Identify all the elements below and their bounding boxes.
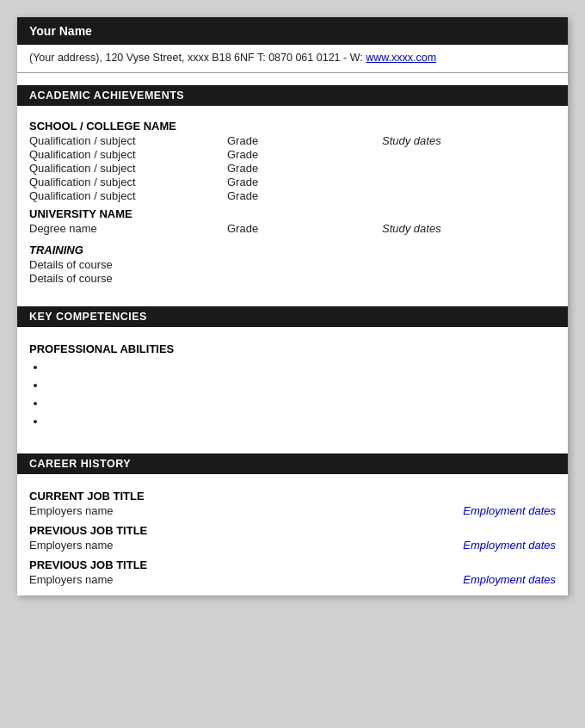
university-name: UNIVERSITY NAME: [29, 207, 556, 220]
employer-1: Employers name: [29, 504, 114, 517]
qual-subject-1: Qualification / subject: [29, 134, 227, 147]
job-title-2: PREVIOUS JOB TITLE: [29, 524, 556, 537]
address-text: (Your address), 120 Vyse Street, xxxx B1…: [29, 52, 366, 64]
qual-subject-2: Qualification / subject: [29, 148, 227, 161]
qual-grade-3: Grade: [227, 162, 382, 175]
training-detail-2: Details of course: [29, 272, 556, 285]
qual-subject-4: Qualification / subject: [29, 176, 227, 188]
name-banner: Your Name: [17, 17, 568, 45]
qual-row-1: Qualification / subject Grade Study date…: [29, 134, 556, 147]
employment-dates-3: Employment dates: [463, 573, 556, 586]
list-item: [46, 397, 556, 410]
competencies-section-header: KEY COMPETENCIES: [17, 306, 568, 327]
your-name: Your Name: [29, 24, 92, 38]
abilities-list: [29, 361, 556, 428]
training-title: TRAINING: [29, 244, 556, 256]
qual-row-4: Qualification / subject Grade: [29, 176, 556, 188]
degree-grade: Grade: [227, 222, 382, 235]
job-title-1: CURRENT JOB TITLE: [29, 490, 556, 503]
qual-grade-5: Grade: [227, 189, 382, 202]
employment-dates-2: Employment dates: [463, 539, 556, 552]
qual-dates-1: Study dates: [382, 134, 441, 147]
qual-row-3: Qualification / subject Grade: [29, 162, 556, 175]
career-row-1: Employers name Employment dates: [29, 504, 556, 517]
competencies-content: PROFESSIONAL ABILITIES: [17, 327, 568, 441]
employer-2: Employers name: [29, 539, 114, 552]
website-link[interactable]: www.xxxx.com: [366, 52, 436, 64]
list-item: [46, 415, 556, 428]
qual-grade-2: Grade: [227, 148, 382, 161]
address-line: (Your address), 120 Vyse Street, xxxx B1…: [17, 45, 568, 73]
school-name: SCHOOL / COLLEGE NAME: [29, 120, 556, 133]
degree-name: Degree name: [29, 222, 227, 235]
career-content: CURRENT JOB TITLE Employers name Employm…: [17, 474, 568, 595]
qual-subject-5: Qualification / subject: [29, 189, 227, 202]
training-detail-1: Details of course: [29, 258, 556, 271]
list-item: [46, 361, 556, 373]
qual-row-5: Qualification / subject Grade: [29, 189, 556, 202]
academic-section-header: ACADEMIC ACHIEVEMENTS: [17, 85, 568, 106]
degree-row: Degree name Grade Study dates: [29, 222, 556, 235]
resume-page: Your Name (Your address), 120 Vyse Stree…: [17, 17, 568, 595]
academic-content: SCHOOL / COLLEGE NAME Qualification / su…: [17, 106, 568, 294]
list-item: [46, 379, 556, 392]
employer-3: Employers name: [29, 573, 114, 586]
professional-abilities-heading: PROFESSIONAL ABILITIES: [29, 342, 556, 355]
career-row-3: Employers name Employment dates: [29, 573, 556, 586]
qual-subject-3: Qualification / subject: [29, 162, 227, 175]
employment-dates-1: Employment dates: [463, 504, 556, 517]
qual-row-2: Qualification / subject Grade: [29, 148, 556, 161]
degree-dates: Study dates: [382, 222, 441, 235]
qual-grade-4: Grade: [227, 176, 382, 188]
career-row-2: Employers name Employment dates: [29, 539, 556, 552]
qual-grade-1: Grade: [227, 134, 382, 147]
career-section-header: CAREER HISTORY: [17, 453, 568, 474]
job-title-3: PREVIOUS JOB TITLE: [29, 558, 556, 571]
